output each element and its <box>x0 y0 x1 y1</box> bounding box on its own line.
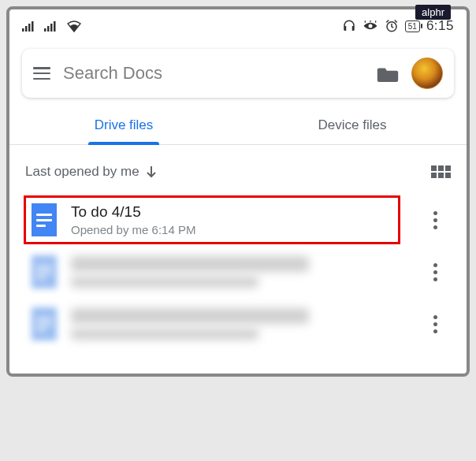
brand-badge: alphr <box>415 5 451 20</box>
sort-button[interactable]: Last opened by me <box>25 164 157 180</box>
signal-icon <box>22 20 36 32</box>
svg-rect-7 <box>54 21 56 32</box>
eye-icon <box>363 20 378 32</box>
svg-rect-2 <box>28 24 31 32</box>
file-subtitle <box>71 277 258 288</box>
file-title <box>71 308 309 324</box>
svg-rect-0 <box>22 28 24 32</box>
file-item[interactable] <box>25 246 451 298</box>
file-title <box>71 256 309 272</box>
docs-icon <box>32 203 57 236</box>
svg-rect-3 <box>32 21 34 32</box>
docs-icon <box>32 255 57 288</box>
more-options-button[interactable] <box>426 257 444 288</box>
docs-icon <box>32 307 57 340</box>
file-item[interactable] <box>25 298 451 350</box>
file-subtitle <box>71 329 258 340</box>
menu-icon[interactable] <box>33 67 50 80</box>
signal-icon <box>44 20 58 32</box>
svg-line-13 <box>395 20 397 23</box>
file-title: To do 4/15 <box>71 203 411 221</box>
tab-device-files[interactable]: Device files <box>238 106 467 144</box>
folder-icon[interactable] <box>377 65 399 82</box>
clock-text: 6:15 <box>426 18 454 34</box>
svg-rect-5 <box>47 26 50 32</box>
search-input[interactable]: Search Docs <box>63 63 364 84</box>
tab-bar: Drive files Device files <box>9 106 467 145</box>
more-options-button[interactable] <box>426 205 444 236</box>
app-screen: alphr 51 6:15 Search Docs Drive files De… <box>6 6 470 377</box>
file-item[interactable]: To do 4/15 Opened by me 6:14 PM <box>25 194 451 246</box>
svg-rect-1 <box>25 26 28 32</box>
avatar[interactable] <box>411 58 443 89</box>
sort-label: Last opened by me <box>25 164 139 180</box>
status-bar: 51 6:15 <box>9 9 467 43</box>
more-options-button[interactable] <box>426 309 444 340</box>
svg-rect-4 <box>44 28 46 32</box>
svg-line-12 <box>386 20 389 23</box>
wifi-icon <box>66 20 82 32</box>
file-subtitle: Opened by me 6:14 PM <box>71 223 411 236</box>
search-bar[interactable]: Search Docs <box>22 49 454 98</box>
alarm-icon <box>385 19 399 33</box>
grid-view-icon[interactable] <box>431 165 451 178</box>
watermark: www.deuaq.com <box>390 381 459 383</box>
battery-icon: 51 <box>405 20 420 32</box>
headset-icon <box>342 19 356 33</box>
sort-row: Last opened by me <box>9 145 467 194</box>
tab-drive-files[interactable]: Drive files <box>9 106 238 144</box>
svg-rect-6 <box>50 24 53 32</box>
arrow-down-icon <box>146 165 157 178</box>
file-list: To do 4/15 Opened by me 6:14 PM <box>9 194 467 350</box>
